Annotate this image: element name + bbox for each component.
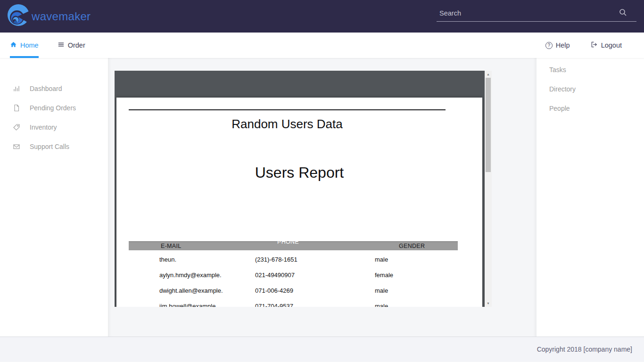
sidebar-item-label: Pending Orders [30,104,76,112]
cell-email: dwight.allen@example. [159,287,223,294]
help-icon: ? [545,42,553,49]
sidebar-item-label: Support Calls [30,143,69,150]
pdf-viewer: Random Users Data Users Report E-MAIL PH… [115,71,492,307]
cell-phone: 071-006-4269 [255,287,293,294]
table-row: jim.howell@example. 071-704-9537 male [129,299,458,307]
nav-tabs: Home Order [0,33,104,58]
scroll-down-button[interactable]: ▼ [485,300,492,307]
cell-email: jim.howell@example. [159,303,217,307]
table-row: aylyn.hmdy@example. 021-49490907 female [129,268,458,283]
scrollbar-thumb[interactable] [486,78,491,172]
cell-email: aylyn.hmdy@example. [159,272,222,279]
viewer-scrollbar[interactable]: ▲ ▼ [485,71,492,307]
tab-order[interactable]: Order [58,33,85,58]
cell-gender: male [375,287,388,294]
cell-phone: (231)-678-1651 [255,256,297,263]
help-button[interactable]: ? Help [545,41,570,49]
column-header-gender: GENDER [399,243,425,249]
sidebar-item-inventory[interactable]: Inventory [0,117,108,137]
tab-order-label: Order [68,41,85,49]
sidebar-item-people[interactable]: People [537,99,644,118]
table-body: theun. (231)-678-1651 male aylyn.hmdy@ex… [129,252,458,307]
pdf-viewer-background: Random Users Data Users Report E-MAIL PH… [115,71,485,307]
right-sidebar: Tasks Directory People [537,58,644,337]
sidebar-item-pending-orders[interactable]: Pending Orders [0,98,108,117]
navbar: Home Order ? Help [0,33,644,58]
cell-gender: male [375,256,388,263]
sidebar-item-label: People [549,105,570,112]
main-panel: Random Users Data Users Report E-MAIL PH… [108,58,537,337]
brand-name: wavemaker [32,10,91,23]
scroll-up-button[interactable]: ▲ [485,71,492,78]
sidebar-item-directory[interactable]: Directory [537,79,644,99]
left-sidebar: Dashboard Pending Orders Inventory [0,58,108,337]
cell-gender: female [375,272,393,279]
content-area: Dashboard Pending Orders Inventory [0,58,644,337]
tag-icon [13,123,20,131]
copyright-text: Copyright 2018 [company name] [537,346,632,353]
search-input[interactable] [437,6,636,22]
column-header-phone: PHONE [277,239,299,245]
brand[interactable]: wavemaker [0,4,91,29]
logout-label: Logout [601,41,622,49]
envelope-icon [13,143,20,150]
table-row: dwight.allen@example. 071-006-4269 male [129,283,458,299]
table-header: E-MAIL PHONE GENDER [129,241,458,250]
sidebar-item-dashboard[interactable]: Dashboard [0,79,108,98]
document-title: Random Users Data [129,117,446,132]
table-row: theun. (231)-678-1651 male [129,252,458,268]
sidebar-item-tasks[interactable]: Tasks [537,60,644,79]
page-divider [129,109,446,110]
bar-chart-icon [13,85,20,92]
logout-button[interactable]: Logout [591,41,622,49]
tab-home-label: Home [20,41,39,49]
logout-icon [591,41,598,49]
cell-phone: 071-704-9537 [255,303,293,307]
help-label: Help [556,41,570,49]
document-subtitle: Users Report [116,164,482,181]
cell-email: theun. [159,256,176,263]
home-icon [10,41,17,49]
search-container [437,6,636,22]
sidebar-item-label: Tasks [549,66,566,74]
search-icon[interactable] [619,8,627,18]
column-header-email: E-MAIL [161,243,181,249]
nav-actions: ? Help Logout [545,33,644,58]
sidebar-item-label: Dashboard [30,85,62,92]
topbar: wavemaker [0,0,644,33]
pdf-page: Random Users Data Users Report E-MAIL PH… [116,98,482,307]
cell-phone: 021-49490907 [255,272,295,279]
tab-home[interactable]: Home [10,33,39,58]
wavemaker-logo-icon [6,4,30,29]
list-icon [58,41,65,49]
sidebar-item-support-calls[interactable]: Support Calls [0,137,108,156]
cell-gender: male [375,303,388,307]
footer: Copyright 2018 [company name] [0,337,644,362]
sidebar-item-label: Inventory [30,123,57,131]
document-icon [13,104,20,112]
sidebar-item-label: Directory [549,85,576,93]
